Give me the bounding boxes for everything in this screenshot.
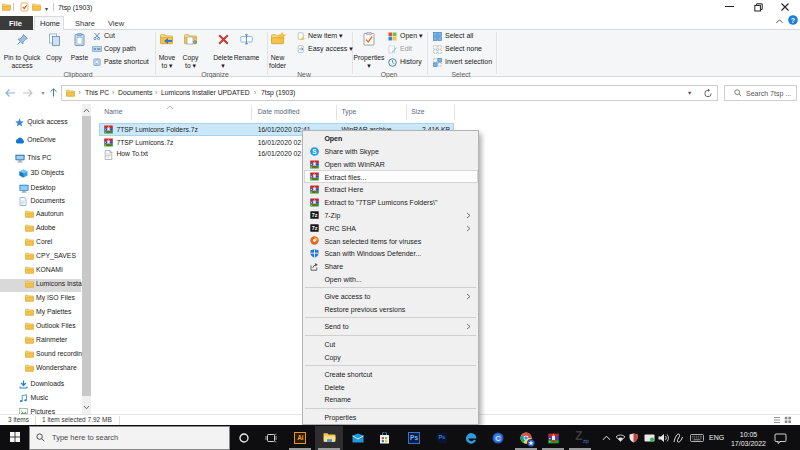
svg-text:?: ? <box>791 17 795 24</box>
svg-text:7z: 7z <box>312 225 318 231</box>
svg-text:7z: 7z <box>312 212 318 218</box>
svg-text:S: S <box>312 148 317 155</box>
svg-text:C: C <box>495 433 501 442</box>
